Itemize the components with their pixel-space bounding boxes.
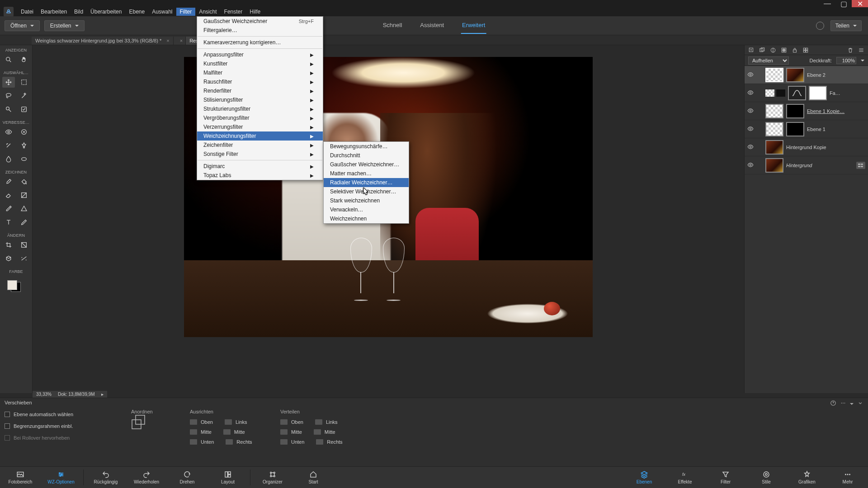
layer-name[interactable]: Fa… bbox=[830, 90, 865, 96]
window-close[interactable]: ✕ bbox=[852, 0, 868, 7]
close-icon[interactable]: × bbox=[166, 38, 169, 43]
layer-thumb[interactable] bbox=[765, 140, 783, 155]
action-organizer[interactable]: Organizer bbox=[252, 467, 293, 488]
collapse-icon[interactable] bbox=[857, 400, 863, 408]
tool-zoom[interactable] bbox=[2, 54, 15, 65]
tool-shape[interactable] bbox=[18, 203, 30, 214]
tool-redeye[interactable] bbox=[2, 127, 15, 137]
more-icon[interactable] bbox=[840, 400, 846, 408]
share-button[interactable]: Teilen bbox=[830, 20, 862, 31]
tool-hand[interactable] bbox=[18, 54, 30, 65]
action-start[interactable]: Start bbox=[293, 467, 334, 488]
chevron-down-icon[interactable] bbox=[850, 403, 854, 405]
fx-icon[interactable] bbox=[802, 47, 809, 53]
tool-marquee[interactable] bbox=[18, 77, 30, 88]
menu-datei[interactable]: Datei bbox=[17, 8, 37, 16]
menu-item[interactable]: Rauschfilter▶ bbox=[197, 77, 323, 86]
menu-item[interactable]: Radialer Weichzeichner… bbox=[324, 178, 409, 187]
doctab-hidden[interactable]: × bbox=[174, 37, 186, 45]
color-swatches[interactable] bbox=[7, 278, 25, 295]
tool-sponge[interactable] bbox=[18, 154, 30, 164]
visibility-toggle[interactable] bbox=[747, 162, 754, 169]
dist-left-icon[interactable] bbox=[315, 419, 322, 425]
layer-name[interactable]: Ebene 1 bbox=[807, 127, 865, 132]
layer-row[interactable]: Hintergrund bbox=[745, 156, 868, 174]
visibility-toggle[interactable] bbox=[747, 71, 754, 79]
action-grafiken[interactable]: Grafiken bbox=[787, 467, 827, 488]
action-layout[interactable]: Layout bbox=[208, 467, 248, 488]
layer-thumb[interactable] bbox=[765, 104, 783, 118]
tool-quickselect[interactable] bbox=[2, 104, 15, 115]
menu-item[interactable]: Matter machen… bbox=[324, 169, 409, 178]
menu-item[interactable]: Weichzeichnen bbox=[324, 214, 409, 223]
layer-name[interactable]: Ebene 2 bbox=[807, 72, 865, 78]
layer-row[interactable]: Ebene 2 bbox=[745, 66, 868, 84]
layer-mask[interactable] bbox=[786, 122, 804, 136]
tool-brush[interactable] bbox=[2, 176, 15, 187]
tool-wand[interactable] bbox=[18, 90, 30, 101]
trash-icon[interactable] bbox=[847, 47, 854, 53]
menu-ansicht[interactable]: Ansicht bbox=[195, 8, 220, 16]
menu-item[interactable]: Stilisierungsfilter▶ bbox=[197, 95, 323, 104]
tool-bucket[interactable] bbox=[18, 176, 30, 187]
visibility-toggle[interactable] bbox=[747, 108, 754, 115]
window-minimize[interactable]: — bbox=[819, 0, 835, 7]
layer-row[interactable]: Ebene 1 bbox=[745, 120, 868, 138]
menu-item[interactable]: Vergröberungsfilter▶ bbox=[197, 113, 323, 122]
layer-thumb[interactable] bbox=[765, 158, 783, 173]
dist-right-icon[interactable] bbox=[316, 439, 323, 445]
tool-pencil[interactable] bbox=[18, 217, 30, 228]
menu-item[interactable]: Topaz Labs▶ bbox=[197, 171, 323, 180]
menu-hilfe[interactable]: Hilfe bbox=[246, 8, 264, 16]
align-bottom-icon[interactable] bbox=[190, 439, 197, 445]
align-center-icon[interactable] bbox=[223, 429, 231, 435]
adjustment-icon[interactable] bbox=[770, 47, 776, 53]
opacity-input[interactable] bbox=[836, 57, 856, 64]
action-mehr[interactable]: Mehr bbox=[827, 467, 868, 488]
menu-item[interactable]: Gaußscher Weichzeichner… bbox=[324, 160, 409, 169]
mode-quick[interactable]: Schnell bbox=[382, 17, 403, 34]
layer-group-icon[interactable] bbox=[759, 47, 765, 53]
menu-item[interactable]: Sonstige Filter▶ bbox=[197, 150, 323, 159]
menu-ueberarbeiten[interactable]: Überarbeiten bbox=[87, 8, 125, 16]
menu-bearbeiten[interactable]: Bearbeiten bbox=[37, 8, 71, 16]
menu-item[interactable]: Stark weichzeichnen bbox=[324, 196, 409, 205]
layer-thumb[interactable] bbox=[765, 68, 783, 82]
doctab-0[interactable]: Weinglas schwarzer Hintergrund.jpg bei 3… bbox=[32, 37, 174, 45]
layer-name[interactable]: Hintergrund bbox=[786, 163, 854, 168]
mask-icon[interactable] bbox=[781, 47, 787, 53]
panel-menu-icon[interactable] bbox=[858, 47, 864, 53]
chevron-down-icon[interactable] bbox=[861, 60, 864, 61]
visibility-toggle[interactable] bbox=[747, 144, 754, 151]
tool-eyedrop[interactable] bbox=[2, 203, 15, 214]
tool-recompose[interactable] bbox=[18, 239, 30, 250]
menu-item[interactable]: Kunstfilter▶ bbox=[197, 59, 323, 68]
new-layer-icon[interactable] bbox=[748, 47, 755, 53]
action-ebenen[interactable]: Ebenen bbox=[624, 467, 665, 488]
menu-item[interactable]: Filtergalerie… bbox=[197, 26, 323, 35]
action-fotobereich[interactable]: Fotobereich bbox=[0, 467, 41, 488]
tool-crop[interactable] bbox=[2, 239, 15, 250]
layer-row[interactable]: Hintergrund Kopie bbox=[745, 138, 868, 156]
menu-ebene[interactable]: Ebene bbox=[125, 8, 148, 16]
fx-badge[interactable] bbox=[856, 162, 865, 169]
tool-spot[interactable] bbox=[18, 127, 30, 137]
tool-straighten[interactable] bbox=[18, 253, 30, 264]
tool-eraser[interactable] bbox=[2, 190, 15, 201]
visibility-toggle[interactable] bbox=[747, 126, 754, 133]
adjustment-thumb[interactable] bbox=[788, 86, 806, 100]
tool-lasso[interactable] bbox=[2, 90, 15, 101]
action-wzoptionen[interactable]: WZ-Optionen bbox=[41, 467, 81, 488]
dist-middle-icon[interactable] bbox=[280, 429, 288, 435]
menu-item[interactable]: Digimarc▶ bbox=[197, 162, 323, 171]
menu-bild[interactable]: Bild bbox=[71, 8, 87, 16]
action-effekte[interactable]: fxEffekte bbox=[665, 467, 705, 488]
blend-mode-select[interactable]: Aufhellen bbox=[748, 56, 789, 65]
create-button[interactable]: Erstellen bbox=[44, 20, 85, 31]
tool-content[interactable] bbox=[2, 253, 15, 264]
dist-bottom-icon[interactable] bbox=[280, 439, 288, 445]
mode-guided[interactable]: Assistent bbox=[419, 17, 445, 34]
zoom-level[interactable]: 33,33% bbox=[36, 392, 52, 397]
align-left-icon[interactable] bbox=[225, 419, 232, 425]
layer-thumb[interactable] bbox=[786, 68, 804, 82]
